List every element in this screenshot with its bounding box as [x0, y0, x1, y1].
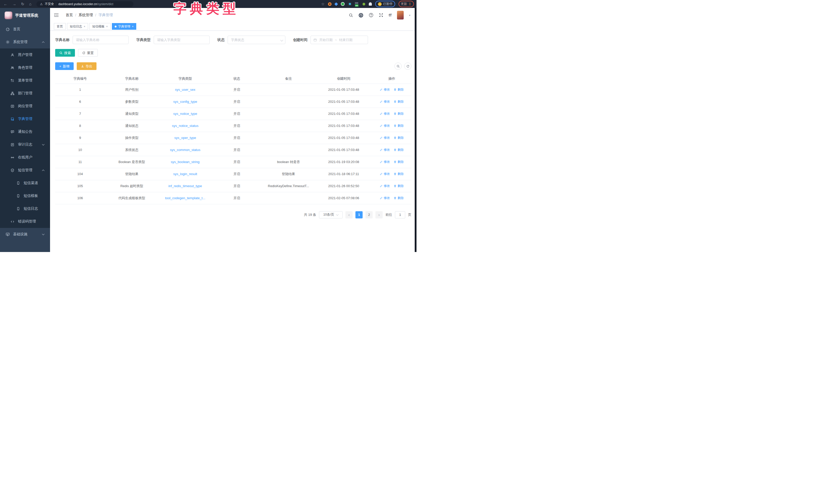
dict-type-link[interactable]: sys_config_type [173, 100, 197, 104]
search-button[interactable]: 搜索 [55, 49, 75, 57]
extension-icon-diamond[interactable] [348, 2, 352, 6]
tab-home[interactable]: 首页 [54, 23, 66, 30]
delete-link[interactable]: 删除 [394, 184, 404, 188]
delete-link[interactable]: 删除 [394, 160, 404, 164]
edit-link[interactable]: 修改 [380, 135, 390, 140]
dict-type-link[interactable]: sys_boolean_string [171, 160, 200, 164]
reset-button[interactable]: 重置 [78, 49, 98, 57]
sidebar-item-error-codes[interactable]: 错误码管理 [0, 215, 50, 228]
sidebar-item-departments[interactable]: 部门管理 [0, 87, 50, 100]
delete-link[interactable]: 删除 [394, 148, 404, 152]
edit-link[interactable]: 修改 [380, 99, 390, 104]
edit-link[interactable]: 修改 [380, 124, 390, 128]
page-size-select[interactable]: 10条/页 [319, 211, 342, 219]
dict-type-link[interactable]: tool_codegen_template_t... [165, 196, 205, 200]
update-chip[interactable]: 更新 ⋮ [399, 1, 414, 7]
sidebar-item-home[interactable]: 首页 [0, 23, 50, 35]
tabs-bar: 首页 短信日志 × 短信模板 × 字典管理 × [50, 22, 416, 31]
search-icon[interactable] [349, 13, 353, 18]
breadcrumb-home[interactable]: 首页 [66, 13, 73, 18]
status-select-input[interactable] [228, 35, 285, 44]
sidebar-item-audit-log[interactable]: 审计日志 [0, 138, 50, 151]
edit-link[interactable]: 修改 [380, 148, 390, 152]
dict-type-input[interactable] [154, 35, 210, 44]
browser-menu-icon[interactable]: ⋮ [408, 2, 412, 6]
github-icon[interactable] [358, 13, 363, 18]
delete-link[interactable]: 删除 [394, 87, 404, 92]
sidebar-toggle-icon[interactable] [54, 13, 59, 17]
help-icon[interactable] [369, 13, 373, 18]
extension-icon-puzzle[interactable] [369, 2, 372, 6]
delete-link[interactable]: 删除 [394, 135, 404, 140]
sidebar-item-roles[interactable]: 角色管理 [0, 61, 50, 74]
dict-type-link[interactable]: sys_notice_type [173, 112, 197, 116]
edit-link[interactable]: 修改 [380, 87, 390, 92]
dict-type-link[interactable]: sys_common_status [170, 148, 200, 152]
org-tree-icon [10, 92, 15, 95]
sidebar-item-notices[interactable]: 通知公告 [0, 125, 50, 138]
delete-link[interactable]: 删除 [394, 196, 404, 200]
sidebar-item-online-users[interactable]: 在线用户 [0, 151, 50, 164]
goto-page-input[interactable] [395, 211, 405, 219]
edit-link[interactable]: 修改 [380, 160, 390, 164]
dict-type-link[interactable]: sys_user_sex [175, 88, 195, 92]
fullscreen-icon[interactable] [379, 13, 383, 18]
sidebar-item-infrastructure[interactable]: 基础设施 [0, 228, 50, 241]
tab-sms-log[interactable]: 短信日志 × [67, 23, 88, 30]
delete-link[interactable]: 删除 [394, 124, 404, 128]
font-size-icon[interactable]: tT [389, 13, 391, 17]
dict-name-input[interactable] [73, 35, 128, 44]
delete-link[interactable]: 删除 [394, 172, 404, 176]
sidebar-item-system[interactable]: 系统管理 [0, 35, 50, 48]
sidebar-item-label: 通知公告 [18, 129, 32, 134]
paused-extension-chip[interactable]: 已暂停 [375, 1, 395, 7]
page-2-button[interactable]: 2 [365, 211, 373, 219]
dict-type-link[interactable]: sys_oper_type [174, 136, 196, 140]
extension-icon-green[interactable] [341, 2, 344, 6]
sidebar-item-posts[interactable]: 岗位管理 [0, 100, 50, 112]
address-bar[interactable]: ⚠ 不安全 dashboard.yudao.iocoder.cn/system/… [37, 1, 134, 7]
next-page-button[interactable]: › [376, 211, 383, 219]
add-button[interactable]: + 新增 [55, 62, 74, 70]
status-select[interactable] [228, 35, 285, 44]
edit-link[interactable]: 修改 [380, 196, 390, 200]
sidebar-item-users[interactable]: 用户管理 [0, 48, 50, 61]
back-icon[interactable]: ← [4, 2, 7, 6]
export-button[interactable]: 导出 [77, 62, 96, 70]
extension-icon-orange[interactable] [328, 2, 332, 6]
close-icon[interactable]: × [84, 25, 85, 28]
tab-dict[interactable]: 字典管理 × [112, 23, 136, 30]
sidebar-item-sms[interactable]: 短信管理 [0, 164, 50, 177]
toggle-search-icon[interactable] [395, 62, 402, 70]
delete-link[interactable]: 删除 [394, 111, 404, 116]
edit-link[interactable]: 修改 [380, 111, 390, 116]
user-avatar[interactable] [397, 11, 404, 20]
edit-link[interactable]: 修改 [380, 172, 390, 176]
close-icon[interactable]: × [106, 25, 108, 28]
dict-type-link[interactable]: sys_notice_status [172, 124, 198, 128]
dict-type-link[interactable]: inf_redis_timeout_type [168, 184, 202, 188]
edit-link[interactable]: 修改 [380, 184, 390, 188]
date-range-picker[interactable]: 开始日期 ~ 结束日期 [310, 35, 368, 44]
bookmark-star-icon[interactable]: ☆ [321, 2, 325, 6]
home-icon[interactable]: ⌂ [29, 2, 31, 6]
breadcrumb-system[interactable]: 系统管理 [78, 13, 93, 18]
page-1-button[interactable]: 1 [355, 211, 363, 219]
extension-icon-list[interactable]: on [355, 2, 359, 6]
sidebar-item-dict[interactable]: 字典管理 [0, 112, 50, 125]
chevron-down-icon[interactable]: ▾ [409, 14, 410, 17]
forward-icon[interactable]: → [12, 2, 16, 6]
sidebar-item-menus[interactable]: 菜单管理 [0, 74, 50, 87]
tab-sms-template[interactable]: 短信模板 × [89, 23, 110, 30]
delete-link[interactable]: 删除 [394, 99, 404, 104]
refresh-icon[interactable] [404, 62, 411, 70]
sidebar-item-sms-channel[interactable]: 短信渠道 [0, 177, 50, 190]
sidebar-item-sms-template[interactable]: 短信模板 [0, 190, 50, 202]
prev-page-button[interactable]: ‹ [346, 211, 353, 219]
sidebar-item-sms-log[interactable]: 短信日志 [0, 202, 50, 215]
reload-icon[interactable]: ↻ [21, 2, 24, 6]
close-icon[interactable]: × [132, 25, 134, 28]
extension-icon-leaf[interactable] [362, 3, 365, 6]
extension-icon-blue[interactable] [334, 2, 338, 6]
dict-type-link[interactable]: sys_login_result [173, 172, 197, 176]
